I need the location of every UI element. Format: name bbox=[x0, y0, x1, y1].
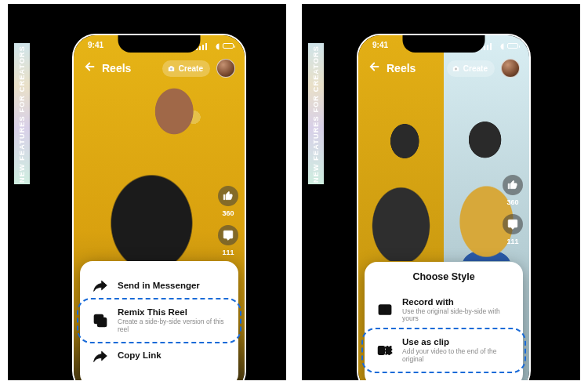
style-sheet: Choose Style Record with Use the origina… bbox=[365, 262, 523, 381]
menu-sub: Create a side-by-side version of this re… bbox=[118, 318, 226, 334]
thumbs-up-icon bbox=[503, 175, 523, 195]
svg-rect-2 bbox=[98, 318, 107, 327]
panel-remix-menu: NEW FEATURES FOR CREATORS 9:41 ◖ Reels bbox=[8, 4, 286, 380]
battery-icon bbox=[507, 43, 518, 49]
option-label: Record with bbox=[402, 297, 510, 307]
camera-icon bbox=[452, 64, 460, 73]
phone-frame: 9:41 ◖ Reels Create bbox=[357, 34, 531, 380]
phone-frame: 9:41 ◖ Reels Create bbox=[72, 34, 246, 380]
like-button[interactable] bbox=[503, 175, 523, 195]
status-time: 9:41 bbox=[372, 41, 388, 49]
like-button[interactable] bbox=[218, 186, 238, 206]
style-use-as-clip[interactable]: Use as clip Add your video to the end of… bbox=[376, 330, 512, 371]
menu-label: Copy Link bbox=[118, 350, 162, 361]
battery-icon bbox=[223, 43, 234, 49]
create-label: Create bbox=[179, 64, 203, 73]
engagement-rail: 360 111 bbox=[503, 175, 523, 245]
header-title: Reels bbox=[102, 62, 131, 74]
comment-icon bbox=[218, 225, 238, 245]
clip-append-icon bbox=[377, 343, 393, 358]
comment-count: 111 bbox=[506, 238, 518, 245]
menu-remix-reel[interactable]: Remix This Reel Create a side-by-side ve… bbox=[91, 300, 227, 341]
panel-choose-style: NEW FEATURES FOR CREATORS 9:41 ◖ Reels bbox=[302, 4, 580, 380]
action-sheet: Send in Messenger Remix This Reel Create… bbox=[80, 261, 238, 380]
style-record-with[interactable]: Record with Use the original side-by-sid… bbox=[376, 290, 512, 331]
thumbs-up-icon bbox=[218, 186, 238, 206]
header-title: Reels bbox=[387, 62, 416, 74]
feature-badge: NEW FEATURES FOR CREATORS bbox=[308, 43, 324, 184]
share-icon bbox=[93, 278, 108, 293]
wifi-icon: ◖ bbox=[216, 42, 220, 50]
back-button[interactable] bbox=[368, 60, 382, 77]
notch bbox=[403, 35, 485, 53]
like-count: 360 bbox=[222, 209, 234, 217]
menu-send-messenger[interactable]: Send in Messenger bbox=[91, 270, 227, 300]
option-sub: Use the original side-by-side with yours bbox=[402, 308, 510, 324]
comment-button[interactable] bbox=[218, 225, 238, 245]
menu-copy-link[interactable]: Copy Link bbox=[91, 341, 227, 371]
reels-header: Reels Create bbox=[74, 56, 245, 81]
person-illustration bbox=[364, 120, 439, 261]
person-illustration bbox=[84, 76, 234, 272]
svg-rect-6 bbox=[379, 347, 385, 354]
camera-icon bbox=[167, 64, 176, 73]
sheet-title: Choose Style bbox=[376, 271, 512, 282]
notch bbox=[118, 35, 201, 53]
side-by-side-icon bbox=[377, 302, 393, 318]
svg-point-3 bbox=[455, 67, 457, 70]
engagement-rail: 360 111 bbox=[218, 186, 238, 256]
create-button[interactable]: Create bbox=[162, 60, 210, 77]
option-sub: Add your video to the end of the origina… bbox=[402, 348, 510, 364]
remix-icon bbox=[93, 313, 108, 328]
svg-point-0 bbox=[170, 67, 172, 70]
status-time: 9:41 bbox=[88, 41, 103, 49]
profile-avatar[interactable] bbox=[216, 59, 235, 78]
like-count: 360 bbox=[506, 198, 518, 206]
screenshot-pair: NEW FEATURES FOR CREATORS 9:41 ◖ Reels bbox=[0, 0, 588, 384]
wifi-icon: ◖ bbox=[500, 42, 504, 50]
option-label: Use as clip bbox=[402, 337, 510, 347]
feature-badge: NEW FEATURES FOR CREATORS bbox=[14, 43, 30, 184]
comment-count: 111 bbox=[222, 249, 234, 256]
reels-header: Reels Create bbox=[358, 56, 529, 81]
create-button[interactable]: Create bbox=[447, 60, 495, 77]
comment-button[interactable] bbox=[503, 214, 523, 234]
share-icon bbox=[93, 348, 108, 364]
comment-icon bbox=[503, 214, 523, 234]
menu-label: Remix This Reel bbox=[118, 307, 226, 318]
create-label: Create bbox=[463, 64, 488, 73]
back-button[interactable] bbox=[83, 60, 97, 77]
profile-avatar[interactable] bbox=[501, 59, 520, 78]
svg-rect-7 bbox=[386, 347, 392, 354]
menu-label: Send in Messenger bbox=[118, 281, 200, 291]
